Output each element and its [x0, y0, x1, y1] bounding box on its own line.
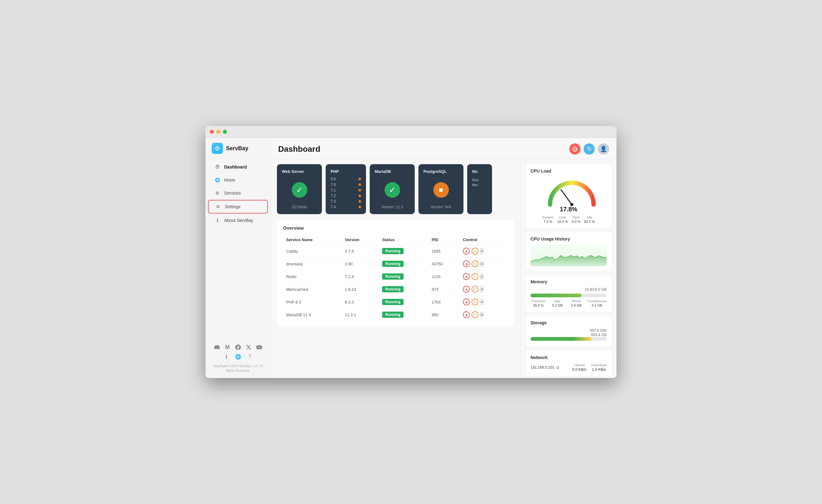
stop-button-1[interactable]: ■ [463, 261, 470, 267]
dashboard-icon: ⏱ [214, 164, 221, 170]
php-dot-73 [359, 200, 361, 203]
facebook-icon[interactable] [235, 344, 242, 351]
help-icon[interactable]: ? [247, 353, 253, 360]
php-version-72: 7.2 [331, 194, 361, 198]
refresh-button[interactable]: ↻ [583, 143, 595, 154]
globe-bottom-icon[interactable]: 🌐 [235, 353, 242, 360]
php-version-71: 7.1 [331, 188, 361, 192]
restart-button-1[interactable]: ↻ [471, 261, 478, 267]
gear-icon: ⚙ [215, 203, 221, 210]
restart-button-3[interactable]: ↻ [471, 286, 478, 293]
sidebar-item-hosts[interactable]: 🌐 Hosts [208, 174, 268, 186]
service-name-1: dnsmasq [283, 258, 342, 270]
sidebar-item-services[interactable]: ⚙ Services [208, 187, 268, 199]
table-row: dnsmasq 2.90 Running 43750 ■ ↻ ≡ [283, 258, 508, 270]
service-version-5: 11.3.1 [342, 309, 379, 321]
maximize-button[interactable] [223, 130, 227, 134]
content-area: Web Server ✓ 2/2 Hosts PHP 5.6 [271, 159, 520, 378]
webserver-card-title: Web Server [282, 169, 304, 174]
discord-icon[interactable] [214, 344, 221, 351]
sidebar-item-label-about: About ServBay [224, 218, 253, 223]
postgresql-card: PostgreSQL ■ Version: N/A [418, 164, 463, 214]
stop-button-2[interactable]: ■ [463, 273, 470, 280]
cpu-stats: System 7.3 % User 10.4 % Nice 0.0 % [542, 215, 595, 223]
copy-ip-icon[interactable]: ⧉ [556, 365, 559, 370]
webserver-status-icon: ✓ [292, 182, 307, 198]
mem-stat-wired: Wired 2.4 GB [568, 299, 584, 307]
sidebar-item-settings[interactable]: ⚙ Settings [208, 200, 268, 213]
twitter-icon[interactable] [245, 344, 252, 351]
sidebar-item-about[interactable]: ℹ About ServBay [208, 214, 268, 226]
table-row: Caddy 2.7.6 Running 1665 ■ ↻ ≡ [283, 245, 508, 258]
globe-icon: 🌐 [214, 177, 221, 183]
sidebar-item-dashboard[interactable]: ⏱ Dashboard [208, 161, 268, 173]
log-button-5[interactable]: ≡ [480, 312, 483, 318]
memory-bar-track [530, 294, 606, 297]
storage-value: 397.6 GB/494.4 GB [530, 328, 606, 337]
php-dot-70 [359, 183, 361, 186]
log-button-4[interactable]: ≡ [480, 299, 483, 305]
partial-line-red: Red [472, 178, 487, 182]
layers-icon: ⚙ [214, 190, 221, 196]
service-name-4: PHP 8.3 [283, 296, 342, 309]
user-button[interactable]: 👤 [598, 143, 609, 154]
sidebar-item-label-hosts: Hosts [224, 177, 235, 182]
stop-button-5[interactable]: ■ [463, 311, 470, 318]
log-button-3[interactable]: ≡ [480, 287, 483, 292]
restart-button-2[interactable]: ↻ [471, 273, 478, 280]
php-dot-56 [359, 178, 361, 180]
service-version-4: 8.3.3 [342, 296, 379, 309]
titlebar [206, 126, 616, 138]
mariadb-card-icon: ✓ [385, 179, 400, 200]
php-card: PHP 5.6 7.0 [326, 164, 366, 214]
table-row: Redis 7.2.4 Running 1116 ■ ↻ ≡ [283, 270, 508, 283]
svg-point-1 [570, 203, 573, 206]
cpu-load-section: CPU Load [525, 164, 611, 228]
cpu-history-chart [530, 244, 606, 266]
service-pid-1: 43750 [428, 258, 460, 270]
info-circle-icon[interactable]: ℹ [223, 353, 230, 360]
log-button-2[interactable]: ≡ [480, 274, 483, 279]
service-name-0: Caddy [283, 245, 342, 258]
webserver-card-subtitle: 2/2 Hosts [292, 205, 307, 209]
restart-button-5[interactable]: ↻ [471, 311, 478, 318]
cpu-history-title: CPU Usage History [530, 236, 606, 241]
sidebar-bottom-icons: ℹ 🌐 ? [206, 352, 270, 363]
log-button-1[interactable]: ≡ [480, 261, 483, 267]
minimize-button[interactable] [217, 130, 221, 134]
cpu-stat-nice: Nice 0.0 % [572, 215, 580, 223]
youtube-icon[interactable] [256, 344, 263, 351]
cpu-load-title: CPU Load [530, 168, 606, 173]
stop-button-0[interactable]: ■ [463, 247, 470, 255]
info-icon: ℹ [214, 217, 221, 223]
service-pid-0: 1665 [428, 245, 460, 258]
stop-button-4[interactable]: ■ [463, 299, 470, 306]
postgresql-status-icon: ■ [433, 182, 449, 198]
sidebar: ServBay ⏱ Dashboard 🌐 Hosts ⚙ Services ⚙ [206, 138, 271, 378]
service-cards-row: Web Server ✓ 2/2 Hosts PHP 5.6 [277, 164, 514, 214]
restart-button-0[interactable]: ↻ [471, 247, 478, 255]
power-button[interactable]: ⏻ [569, 143, 580, 154]
cpu-gauge: 17.8% System 7.3 % User 10.4 % [530, 176, 606, 223]
mariadb-card-title: MariaDB [375, 169, 391, 174]
memory-title: Memory [530, 279, 606, 284]
php-dot-74 [359, 206, 361, 208]
overview-title: Overview [283, 225, 508, 230]
overview-section: Overview Service Name Version Status PID… [277, 220, 514, 326]
service-pid-5: 950 [428, 309, 460, 321]
close-button[interactable] [210, 130, 214, 134]
service-name-5: MariaDB 11.3 [283, 309, 342, 321]
network-title: Network [530, 355, 606, 360]
network-section: Network 192.168.0.101 ⧉ Upload 0.0 KB/s [525, 351, 611, 376]
stop-button-3[interactable]: ■ [463, 286, 470, 293]
mariadb-status-icon: ✓ [385, 182, 400, 198]
copyright-text: CopyRight © 2024 ServBay, LLC. All Right… [206, 363, 270, 378]
service-pid-3: 973 [428, 283, 460, 296]
php-version-73: 7.3 [331, 199, 361, 203]
restart-button-4[interactable]: ↻ [471, 299, 478, 306]
sidebar-item-label-dashboard: Dashboard [224, 164, 247, 169]
service-control-3: ■ ↻ ≡ [460, 283, 508, 296]
medium-icon[interactable]: M [224, 344, 231, 351]
cpu-history-section: CPU Usage History [525, 232, 611, 271]
log-button-0[interactable]: ≡ [480, 248, 483, 254]
